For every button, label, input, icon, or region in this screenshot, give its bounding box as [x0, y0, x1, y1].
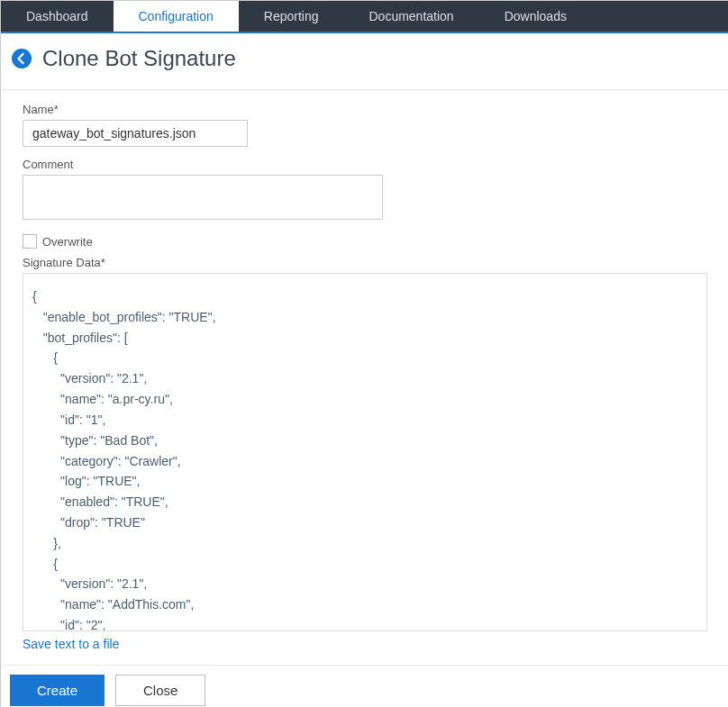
tab-reporting[interactable]: Reporting	[239, 1, 344, 32]
tab-configuration[interactable]: Configuration	[114, 1, 239, 32]
overwrite-checkbox[interactable]	[23, 234, 37, 249]
back-icon[interactable]	[12, 49, 32, 68]
tab-documentation[interactable]: Documentation	[343, 1, 478, 32]
footer-actions: Create Close	[1, 665, 728, 707]
name-label: Name*	[23, 103, 707, 116]
tab-dashboard[interactable]: Dashboard	[1, 1, 114, 32]
page-title: Clone Bot Signature	[42, 46, 236, 71]
close-button[interactable]: Close	[115, 675, 205, 706]
signature-data-label: Signature Data*	[23, 256, 707, 269]
overwrite-label: Overwrite	[42, 235, 93, 249]
save-text-link[interactable]: Save text to a file	[23, 637, 119, 651]
tab-downloads[interactable]: Downloads	[479, 1, 592, 32]
top-navbar: Dashboard Configuration Reporting Docume…	[1, 1, 728, 33]
page-header: Clone Bot Signature	[1, 33, 728, 90]
comment-label: Comment	[23, 158, 707, 171]
signature-data-field[interactable]	[23, 273, 707, 631]
form-area: Name* Comment Overwrite Signature Data* …	[1, 90, 728, 656]
create-button[interactable]: Create	[10, 675, 105, 706]
name-field[interactable]	[23, 120, 248, 147]
comment-field[interactable]	[23, 175, 383, 220]
